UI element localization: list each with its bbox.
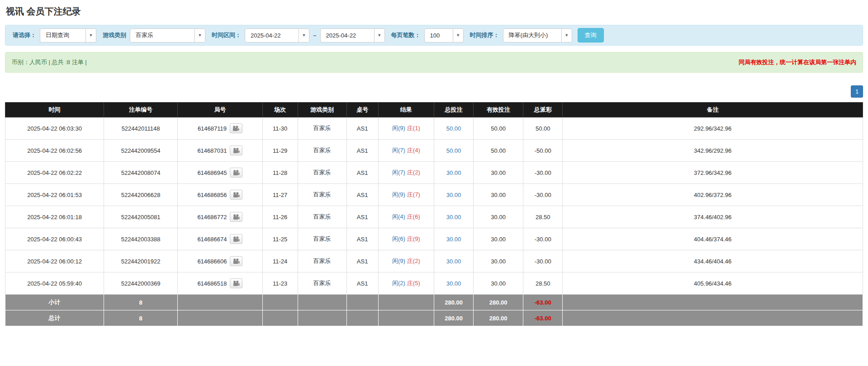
caret-down-icon[interactable]: ▼ xyxy=(194,29,205,42)
column-header-9: 有效投注 xyxy=(474,103,523,117)
result-cell: 闲(9)庄(2) xyxy=(378,250,434,272)
total-bet-link[interactable]: 30.00 xyxy=(446,258,461,265)
valid-bet-cell: 30.00 xyxy=(474,162,523,184)
remark-cell: 374.46/402.96 xyxy=(563,206,863,228)
round-id-value: 614686856 xyxy=(197,192,227,198)
table-no-cell: AS1 xyxy=(346,206,378,228)
video-replay-button[interactable] xyxy=(230,190,242,200)
total-bet-link[interactable]: 50.00 xyxy=(446,147,461,154)
result-banker: 庄(2) xyxy=(407,258,420,264)
search-button[interactable]: 查询 xyxy=(578,28,604,42)
total-bet-link[interactable]: 50.00 xyxy=(446,125,461,132)
result-banker: 庄(2) xyxy=(407,169,420,176)
video-replay-button[interactable] xyxy=(230,278,242,288)
table-no-cell: AS1 xyxy=(346,228,378,250)
result-player: 闲(9) xyxy=(392,258,405,264)
remark-cell: 372.96/342.96 xyxy=(563,162,863,184)
time-range-label: 时间区间： xyxy=(212,31,241,39)
video-replay-button[interactable] xyxy=(230,256,242,266)
session-cell: 11-30 xyxy=(262,117,298,140)
valid-bet-cell: 30.00 xyxy=(474,206,523,228)
bet-id-cell: 522442003388 xyxy=(104,228,178,250)
remark-cell: 402.96/372.96 xyxy=(563,184,863,206)
result-cell: 闲(9)庄(1) xyxy=(378,117,434,140)
bet-id-cell: 522442006628 xyxy=(104,184,178,206)
subtotal-row-empty xyxy=(178,295,263,310)
time-cell: 2025-04-22 05:59:40 xyxy=(5,272,104,295)
table-no-cell: AS1 xyxy=(346,162,378,184)
bet-id-cell: 522442011148 xyxy=(104,117,178,140)
video-replay-button[interactable] xyxy=(230,123,242,133)
time-sort-select[interactable]: 降幂(由大到小) ▼ xyxy=(503,28,572,42)
video-replay-button[interactable] xyxy=(230,212,242,222)
round-id-value: 614687031 xyxy=(197,147,227,154)
round-id-cell: 614686606 xyxy=(178,250,263,272)
video-replay-button[interactable] xyxy=(230,234,242,244)
column-header-7: 结果 xyxy=(378,103,434,117)
query-type-select[interactable]: 日期查询 ▼ xyxy=(40,28,96,42)
round-id-value: 614686518 xyxy=(197,280,227,287)
total-bet-link[interactable]: 30.00 xyxy=(446,280,461,287)
result-cell: 闲(2)庄(5) xyxy=(378,272,434,295)
round-id-cell: 614687031 xyxy=(178,140,263,162)
total-bet-link[interactable]: 30.00 xyxy=(446,192,461,198)
total-bet-link[interactable]: 30.00 xyxy=(446,236,461,243)
total-bet-link[interactable]: 30.00 xyxy=(446,214,461,221)
date-from-select[interactable]: 2025-04-22 ▼ xyxy=(245,28,309,42)
query-type-value: 日期查询 xyxy=(40,29,85,42)
caret-down-icon[interactable]: ▼ xyxy=(85,29,96,42)
total-row-empty xyxy=(346,310,378,326)
date-from-value: 2025-04-22 xyxy=(245,29,299,42)
date-range-separator: ~ xyxy=(313,32,317,39)
session-cell: 11-25 xyxy=(262,228,298,250)
game-type-cell: 百家乐 xyxy=(298,140,346,162)
table-no-cell: AS1 xyxy=(346,140,378,162)
subtotal-row-empty xyxy=(298,295,346,310)
total-row: 总计8280.00280.00-63.00 xyxy=(5,310,863,326)
pagination: 1 xyxy=(5,85,863,98)
remark-cell: 292.96/342.96 xyxy=(563,117,863,140)
total-row-empty xyxy=(298,310,346,326)
total-bet-link[interactable]: 30.00 xyxy=(446,169,461,176)
round-id-value: 614686945 xyxy=(197,169,227,176)
round-id-cell: 614686945 xyxy=(178,162,263,184)
caret-down-icon[interactable]: ▼ xyxy=(374,29,384,42)
table-no-cell: AS1 xyxy=(346,272,378,295)
table-no-cell: AS1 xyxy=(346,184,378,206)
page-button-1[interactable]: 1 xyxy=(851,85,863,98)
total-row-remark xyxy=(563,310,863,326)
total-row-empty xyxy=(178,310,263,326)
video-replay-button[interactable] xyxy=(230,168,242,178)
page-size-value: 100 xyxy=(425,29,453,42)
caret-down-icon[interactable]: ▼ xyxy=(561,29,572,42)
video-replay-button[interactable] xyxy=(230,145,242,155)
video-camera-icon xyxy=(233,236,240,242)
total-bet-cell: 50.00 xyxy=(434,140,473,162)
total-bet-cell: 30.00 xyxy=(434,228,473,250)
total-row-total-bet: 280.00 xyxy=(434,310,473,326)
total-bet-cell: 30.00 xyxy=(434,184,473,206)
date-to-select[interactable]: 2025-04-22 ▼ xyxy=(320,28,385,42)
table-row: 2025-04-22 06:02:22522442008074614686945… xyxy=(5,162,863,184)
session-cell: 11-26 xyxy=(262,206,298,228)
result-player: 闲(6) xyxy=(392,235,405,242)
page-size-select[interactable]: 100 ▼ xyxy=(424,28,464,42)
result-banker: 庄(6) xyxy=(407,213,420,220)
total-row-empty xyxy=(262,310,298,326)
round-id-cell: 614686856 xyxy=(178,184,263,206)
caret-down-icon[interactable]: ▼ xyxy=(299,29,309,42)
column-header-10: 总派彩 xyxy=(523,103,563,117)
valid-bet-cell: 50.00 xyxy=(474,140,523,162)
video-camera-icon xyxy=(233,258,240,264)
column-header-6: 桌号 xyxy=(346,103,378,117)
caret-down-icon[interactable]: ▼ xyxy=(453,29,463,42)
filter-bar: 请选择： 日期查询 ▼ 游戏类别 百家乐 ▼ 时间区间： 2025-04-22 … xyxy=(5,25,863,46)
subtotal-row-label: 小计 xyxy=(5,295,104,310)
video-camera-icon xyxy=(232,126,239,131)
game-type-cell: 百家乐 xyxy=(298,250,346,272)
time-cell: 2025-04-22 06:01:18 xyxy=(5,206,104,228)
game-type-cell: 百家乐 xyxy=(298,162,346,184)
game-type-select[interactable]: 百家乐 ▼ xyxy=(130,28,205,42)
payout-cell: -30.00 xyxy=(523,184,563,206)
bet-id-cell: 522442005081 xyxy=(104,206,178,228)
